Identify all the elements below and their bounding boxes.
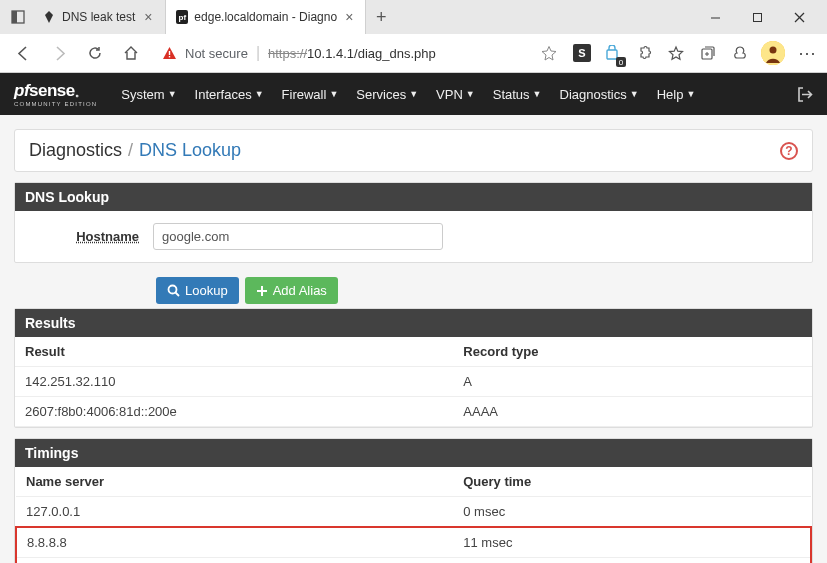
tabs-row: DNS leak test × pf edge.localdomain - Di… [0,0,827,34]
home-button[interactable] [116,38,146,68]
breadcrumb-root[interactable]: Diagnostics [29,140,122,161]
ext-icon-s[interactable]: S [573,44,591,62]
ext-icon-shop[interactable]: 0 [601,42,623,64]
address-bar[interactable]: Not secure | https://10.1.4.1/diag_dns.p… [152,40,567,66]
menu-diagnostics[interactable]: Diagnostics▼ [552,81,647,108]
tab-title-0: DNS leak test [62,10,135,24]
menu-firewall[interactable]: Firewall▼ [274,81,347,108]
hostname-row: Hostname [29,223,798,250]
svg-rect-7 [169,56,170,57]
breadcrumb-current[interactable]: DNS Lookup [139,140,241,161]
table-row: 127.0.0.1 0 msec [16,497,811,528]
dns-lookup-panel: DNS Lookup Hostname [14,182,813,263]
extensions-icon[interactable] [633,42,655,64]
menu-services[interactable]: Services▼ [348,81,426,108]
plus-icon [256,285,268,297]
results-th-type: Record type [453,337,812,367]
menu-help[interactable]: Help▼ [649,81,704,108]
profile-avatar[interactable] [761,41,785,65]
minimize-button[interactable] [701,3,729,31]
highlighted-rows: 8.8.8.8 11 msec 8.8.4.4 8 msec [16,527,811,563]
not-secure-label: Not secure [185,46,248,61]
browser-tab-0[interactable]: DNS leak test × [32,0,166,34]
dns-lookup-header: DNS Lookup [15,183,812,211]
timings-table: Name server Query time 127.0.0.1 0 msec … [15,467,812,563]
url-text: https://10.1.4.1/diag_dns.php [268,46,436,61]
logout-icon[interactable] [796,86,813,103]
hostname-label: Hostname [29,229,139,244]
action-buttons: Lookup Add Alias [14,273,813,308]
browser-essentials-icon[interactable] [729,42,751,64]
table-row: 142.251.32.110 A [15,367,812,397]
timings-panel: Timings Name server Query time 127.0.0.1… [14,438,813,563]
results-th-result: Result [15,337,453,367]
svg-rect-6 [169,51,170,55]
timings-th-qt: Query time [453,467,811,497]
tab-title-1: edge.localdomain - Diagnostics [194,10,337,24]
extension-icons: S 0 ⋯ [573,41,819,65]
breadcrumb: Diagnostics / DNS Lookup ? [14,129,813,172]
window-controls [701,3,823,31]
tab-favicon-1: pf [176,10,188,24]
menu-vpn[interactable]: VPN▼ [428,81,483,108]
forward-button[interactable] [44,38,74,68]
svg-point-14 [169,286,177,294]
page-content: Diagnostics / DNS Lookup ? DNS Lookup Ho… [0,115,827,563]
timings-header: Timings [15,439,812,467]
breadcrumb-separator: / [128,140,133,161]
tab-actions-button[interactable] [4,3,32,31]
svg-rect-3 [753,13,761,21]
favorites-icon[interactable] [665,42,687,64]
refresh-button[interactable] [80,38,110,68]
results-table: Result Record type 142.251.32.110 A 2607… [15,337,812,427]
browser-toolbar: Not secure | https://10.1.4.1/diag_dns.p… [0,34,827,72]
pfsense-logo[interactable]: pfsense。 COMMUNITY EDITION [14,81,97,107]
collections-icon[interactable] [697,42,719,64]
table-row: 2607:f8b0:4006:81d::200e AAAA [15,397,812,427]
browser-chrome: DNS leak test × pf edge.localdomain - Di… [0,0,827,73]
pfsense-menu: System▼ Interfaces▼ Firewall▼ Services▼ … [113,81,703,108]
tab-favicon-0 [42,10,56,24]
svg-rect-1 [12,11,17,23]
tab-close-0[interactable]: × [141,10,155,24]
table-row: 8.8.8.8 11 msec [16,527,811,558]
menu-interfaces[interactable]: Interfaces▼ [187,81,272,108]
back-button[interactable] [8,38,38,68]
more-menu-icon[interactable]: ⋯ [795,42,819,64]
table-row: 8.8.4.4 8 msec [16,558,811,564]
menu-status[interactable]: Status▼ [485,81,550,108]
results-header: Results [15,309,812,337]
not-secure-icon [162,46,177,61]
svg-point-13 [770,47,777,54]
close-window-button[interactable] [785,3,813,31]
svg-line-15 [176,293,180,297]
timings-th-ns: Name server [16,467,453,497]
hostname-input[interactable] [153,223,443,250]
tab-close-1[interactable]: × [343,10,355,24]
browser-tab-1[interactable]: pf edge.localdomain - Diagnostics × [166,0,366,34]
lookup-button[interactable]: Lookup [156,277,239,304]
results-panel: Results Result Record type 142.251.32.11… [14,308,813,428]
help-icon[interactable]: ? [780,142,798,160]
add-alias-button[interactable]: Add Alias [245,277,338,304]
maximize-button[interactable] [743,3,771,31]
star-icon[interactable] [541,45,557,61]
pfsense-navbar: pfsense。 COMMUNITY EDITION System▼ Inter… [0,73,827,115]
menu-system[interactable]: System▼ [113,81,184,108]
search-icon [167,284,180,297]
new-tab-button[interactable]: + [366,2,396,32]
